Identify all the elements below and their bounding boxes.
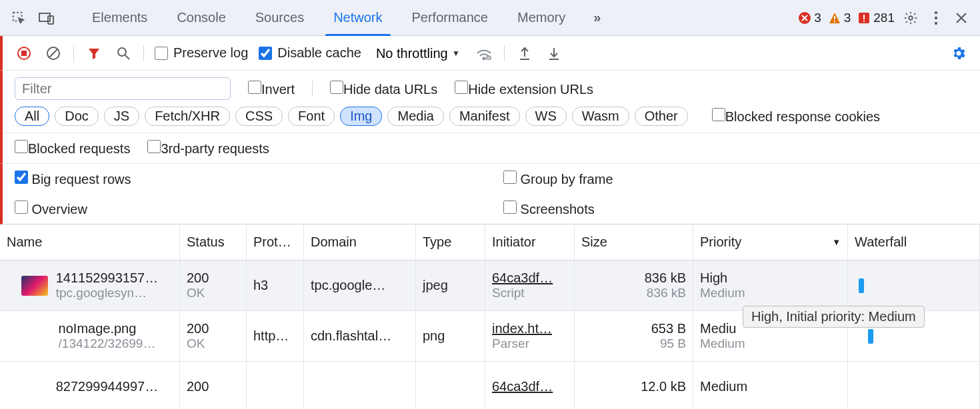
svg-rect-5 [834,21,835,22]
request-name: 827299944997… [56,379,158,394]
search-icon[interactable] [114,44,133,63]
type-pill-css[interactable]: CSS [235,107,283,126]
type-pill-js[interactable]: JS [104,107,139,126]
type-pill-other[interactable]: Other [635,107,688,126]
svg-rect-4 [834,16,835,19]
error-count[interactable]: 3 [798,11,821,25]
type-pill-font[interactable]: Font [288,107,335,126]
third-party-checkbox[interactable]: 3rd-party requests [147,140,269,157]
col-prot[interactable]: Prot… [247,224,304,260]
col-type[interactable]: Type [416,224,485,260]
preserve-log-checkbox[interactable]: Preserve log [155,45,248,61]
network-settings-gear-icon[interactable] [949,44,968,63]
network-toolbar: Preserve log Disable cache No throttling [0,36,980,71]
disable-cache-label: Disable cache [277,45,361,61]
hide-data-urls-checkbox[interactable]: Hide data URLs [330,81,437,97]
overview-checkbox[interactable]: Overview [15,201,87,217]
big-rows-checkbox[interactable]: Big request rows [15,171,131,187]
export-har-icon[interactable] [515,44,534,63]
type-pill-doc[interactable]: Doc [55,107,99,126]
col-waterfall[interactable]: Waterfall [848,224,980,260]
tab-network[interactable]: Network [319,0,397,35]
col-initiator[interactable]: Initiator [485,224,575,260]
import-har-icon[interactable] [545,44,563,63]
col-priority[interactable]: Priority▼ [693,224,848,260]
close-icon[interactable] [952,9,971,27]
table-header: NameStatusProt…DomainTypeInitiatorSizePr… [0,224,980,260]
preserve-log-label: Preserve log [173,45,248,61]
svg-rect-8 [863,21,865,22]
svg-point-12 [935,21,937,24]
type-pill-wasm[interactable]: Wasm [572,107,629,126]
panel-tabs: ElementsConsoleSourcesNetworkPerformance… [77,0,580,35]
initiator-link[interactable]: 64ca3df… [492,379,567,394]
tab-sources[interactable]: Sources [241,0,319,35]
filter-input[interactable] [15,77,231,100]
view-options: Big request rows Group by frame Overview… [0,164,980,224]
request-name: 141152993157… [56,270,158,286]
gear-icon[interactable] [901,9,920,27]
filter-bar: Invert Hide data URLs Hide extension URL… [0,71,980,164]
type-pill-all[interactable]: All [15,107,49,126]
type-pill-media[interactable]: Media [387,107,443,126]
tab-elements[interactable]: Elements [77,0,162,35]
initiator-link[interactable]: 64ca3df… [492,270,567,286]
issue-count[interactable]: 281 [857,11,895,25]
tab-console[interactable]: Console [162,0,240,35]
issue-count-value: 281 [873,11,895,25]
network-conditions-icon[interactable] [475,44,493,63]
warning-count[interactable]: 3 [828,11,851,25]
tab-performance[interactable]: Performance [397,0,503,35]
col-size[interactable]: Size [575,224,693,260]
type-pill-manifest[interactable]: Manifest [449,107,520,126]
more-tabs-icon[interactable]: » [587,10,607,25]
waterfall-cell [848,260,980,310]
blocked-cookies-checkbox[interactable]: Blocked response cookies [712,108,880,125]
table-row[interactable]: 141152993157…tpc.googlesyn…200OKh3tpc.go… [0,260,980,311]
invert-checkbox[interactable]: Invert [248,81,295,97]
throttling-select[interactable]: No throttling [372,43,464,63]
svg-point-11 [935,16,937,19]
warning-count-value: 3 [844,11,851,25]
svg-rect-14 [21,51,27,56]
waterfall-cell [848,362,980,409]
record-button[interactable] [15,44,33,63]
inspect-element-icon[interactable] [9,9,28,27]
col-domain[interactable]: Domain [304,224,416,260]
type-pill-ws[interactable]: WS [525,107,567,126]
priority-tooltip: High, Initial priority: Medium [743,306,925,328]
disable-cache-checkbox[interactable]: Disable cache [259,45,361,61]
tab-memory[interactable]: Memory [503,0,580,35]
table-row[interactable]: 827299944997…20064ca3df…12.0 kBMedium [0,362,980,409]
devtools-tabbar: ElementsConsoleSourcesNetworkPerformance… [0,0,980,36]
type-filter-pills: AllDocJSFetch/XHRCSSFontImgMediaManifest… [15,107,688,126]
col-status[interactable]: Status [180,224,247,260]
filter-icon[interactable] [85,44,103,63]
screenshots-checkbox[interactable]: Screenshots [503,201,595,217]
svg-point-16 [118,48,126,56]
thumbnail-icon [21,276,48,296]
col-name[interactable]: Name [0,224,180,260]
hide-extension-urls-checkbox[interactable]: Hide extension URLs [455,81,593,97]
svg-point-9 [909,16,913,20]
svg-point-10 [935,11,937,13]
blocked-requests-checkbox[interactable]: Blocked requests [15,140,130,157]
device-toolbar-icon[interactable] [37,9,56,27]
group-by-frame-checkbox[interactable]: Group by frame [503,171,613,187]
requests-table: NameStatusProt…DomainTypeInitiatorSizePr… [0,224,980,409]
svg-point-17 [483,57,485,59]
initiator-link[interactable]: index.ht… [492,321,567,336]
kebab-menu-icon[interactable] [927,9,945,27]
error-count-value: 3 [814,11,821,25]
request-name: noImage.png [59,321,156,336]
svg-rect-7 [863,15,865,19]
type-pill-fetchxhr[interactable]: Fetch/XHR [145,107,230,126]
clear-icon[interactable] [44,44,63,63]
type-pill-img[interactable]: Img [340,107,382,126]
